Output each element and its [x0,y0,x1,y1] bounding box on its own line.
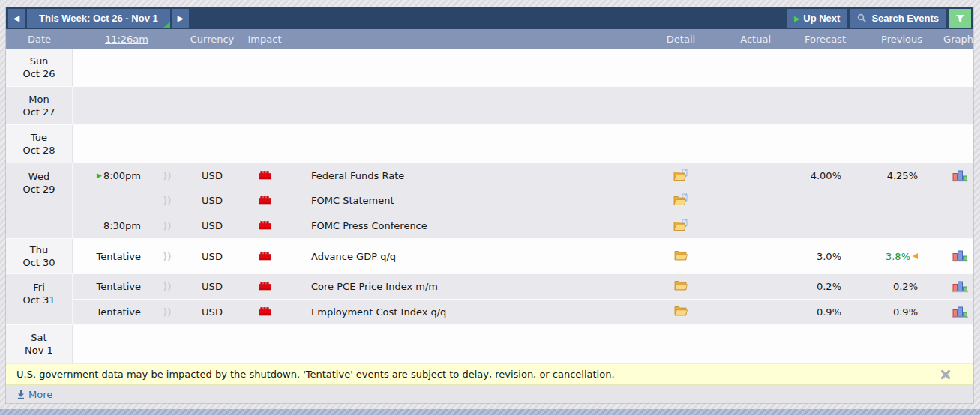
col-currency: Currency [186,34,238,45]
day-date: Nov 1 [25,344,53,357]
shutdown-notice: U.S. government data may be impacted by … [6,363,973,385]
event-currency: USD [186,251,238,262]
day-block: Mon Oct 27 [6,87,973,125]
day-block: Sun Oct 26 [6,49,973,87]
event-row: ▶ )) USD FOMC Statement [73,188,973,213]
col-actual: Actual [703,34,771,45]
search-icon [857,13,867,23]
graph-icon[interactable] [952,250,968,262]
event-time: ▶ 8:30pm [73,220,148,231]
event-name[interactable]: FOMC Press Conference [291,220,658,231]
up-next-label: Up Next [803,13,840,24]
graph-icon[interactable] [952,170,968,182]
event-name[interactable]: Employment Cost Index q/q [291,306,658,318]
event-time: ▶ 8:00pm [73,170,148,181]
event-row: ▶ 8:30pm )) USD FOMC Press Conference [73,213,973,238]
search-events-label: Search Events [871,13,939,24]
col-time: 11:26am [73,34,148,45]
day-events [73,125,973,163]
day-block: Sat Nov 1 [6,325,973,363]
date-cell: Tue Oct 28 [6,125,73,163]
event-name[interactable]: FOMC Statement [291,195,658,206]
search-events-button[interactable]: Search Events [850,9,946,28]
day-events: ▶ Tentative )) USD Advance GDP q/q [73,239,973,273]
day-name: Tue [31,131,47,144]
date-cell: Wed Oct 29 [6,163,73,238]
calendar-topbar: ◀ This Week: Oct 26 - Nov 1 ▶ ▶ Up Next … [6,7,973,29]
folder-icon[interactable] [674,280,688,293]
high-impact-icon [258,250,272,261]
date-cell: Sun Oct 26 [6,49,73,86]
notice-close-icon[interactable] [940,369,951,380]
filter-funnel-icon [955,14,965,23]
more-link[interactable]: More [16,389,52,400]
up-next-play-icon: ▶ [794,15,799,22]
event-forecast: 3.0% [771,251,846,262]
event-currency: USD [186,170,238,181]
col-previous: Previous [846,34,922,45]
event-name[interactable]: Core PCE Price Index m/m [291,281,658,292]
day-name: Sun [30,55,49,67]
day-name: Sat [31,331,46,344]
folder-icon[interactable] [674,306,688,318]
prev-week-button[interactable]: ◀ [8,9,25,28]
day-block: Wed Oct 29 ▶ 8:00pm )) USD Federal Funds… [6,163,973,239]
event-forecast: 0.2% [771,281,846,292]
alert-icon[interactable]: )) [163,282,172,292]
week-title-button[interactable]: This Week: Oct 26 - Nov 1 [27,9,170,28]
folder-icon[interactable] [674,250,688,263]
revision-marker-icon [913,253,918,259]
event-time: ▶ Tentative [73,281,148,292]
event-name[interactable]: Advance GDP q/q [291,251,658,262]
day-events: ▶ 8:00pm )) USD Federal Funds Rate [73,163,973,238]
event-previous: 3.8% [846,251,922,262]
day-date: Oct 30 [22,256,55,269]
day-block: Thu Oct 30 ▶ Tentative )) USD Advance GD… [6,239,973,274]
high-impact-icon [258,169,272,180]
folder-doc-icon[interactable] [673,219,688,234]
current-time-link[interactable]: 11:26am [105,34,148,45]
col-detail: Detail [658,34,703,45]
day-events: ▶ Tentative )) USD Core PCE Price Index … [73,274,973,324]
column-header-row: Date 11:26am Currency Impact Detail Actu… [6,29,973,49]
date-cell: Sat Nov 1 [6,325,73,363]
graph-icon[interactable] [952,281,968,293]
alert-icon[interactable]: )) [163,196,172,206]
alert-icon[interactable]: )) [163,221,172,231]
folder-doc-icon[interactable] [673,193,688,208]
day-block: Tue Oct 28 [6,125,973,163]
alert-icon[interactable]: )) [163,171,172,181]
week-title: This Week: Oct 26 - Nov 1 [39,13,158,24]
event-currency: USD [186,195,238,206]
next-week-button[interactable]: ▶ [172,9,189,28]
event-time: ▶ Tentative [73,251,148,262]
up-next-button[interactable]: ▶ Up Next [787,9,847,28]
calendar-days: Sun Oct 26 Mon Oct 27 Tue Oct 28 Wed Oct… [6,49,973,363]
event-time: ▶ Tentative [73,306,148,318]
event-currency: USD [186,306,238,318]
event-forecast: 4.00% [771,170,846,181]
filter-button[interactable] [949,9,971,28]
col-impact: Impact [238,34,291,45]
event-name[interactable]: Federal Funds Rate [291,170,658,181]
alert-icon[interactable]: )) [163,252,172,262]
economic-calendar: ◀ This Week: Oct 26 - Nov 1 ▶ ▶ Up Next … [6,7,973,403]
folder-doc-icon[interactable] [673,169,688,184]
col-forecast: Forecast [771,34,846,45]
alert-icon[interactable]: )) [163,307,172,318]
current-week-corner-icon [163,22,170,28]
high-impact-icon [258,194,272,205]
event-row: ▶ Tentative )) USD Core PCE Price Index … [73,274,973,299]
event-previous: 4.25% [846,170,922,181]
more-label: More [28,389,52,400]
day-date: Oct 27 [22,106,55,118]
high-impact-icon [258,280,272,291]
day-block: Fri Oct 31 ▶ Tentative )) USD Core PCE P… [6,274,973,325]
day-events [73,87,973,124]
event-currency: USD [186,281,238,292]
high-impact-icon [258,219,272,230]
day-name: Wed [28,170,49,183]
event-previous: 0.2% [846,281,922,292]
col-date: Date [6,34,73,45]
graph-icon[interactable] [952,306,968,318]
